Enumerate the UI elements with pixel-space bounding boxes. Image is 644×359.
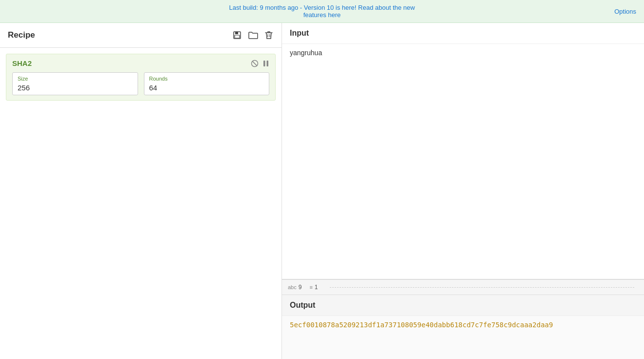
svg-rect-2 — [235, 35, 240, 38]
trash-icon — [265, 31, 273, 40]
char-count-item: abc 9 — [288, 284, 302, 291]
line-count: 1 — [315, 284, 318, 291]
sha2-pause-button[interactable] — [262, 60, 269, 67]
size-label: Size — [18, 76, 133, 82]
output-value: 5ecf0010878a5209213df1a737108059e40dabb6… — [290, 321, 553, 329]
sha2-controls — [251, 60, 269, 67]
svg-rect-1 — [235, 32, 238, 34]
char-icon: abc — [288, 284, 297, 290]
input-section: Input yangruhua — [282, 23, 644, 279]
input-title: Input — [290, 29, 309, 37]
sha2-fields: Size 256 Rounds 64 — [12, 72, 269, 95]
input-value: yangruhua — [290, 49, 322, 57]
status-divider — [330, 287, 634, 288]
rounds-value: 64 — [149, 84, 264, 92]
folder-icon — [248, 31, 258, 40]
left-panel: Recipe — [0, 23, 282, 359]
rounds-field[interactable]: Rounds 64 — [144, 72, 270, 95]
save-icon — [233, 31, 242, 40]
options-link[interactable]: Options — [614, 8, 636, 15]
size-field[interactable]: Size 256 — [12, 72, 138, 95]
svg-line-6 — [252, 61, 257, 65]
pause-icon — [262, 60, 269, 67]
sha2-header: SHA2 — [12, 59, 269, 67]
banner-text: Last build: 9 months ago - Version 10 is… — [217, 4, 426, 19]
svg-rect-7 — [263, 61, 265, 66]
sha2-block: SHA2 — [6, 54, 276, 101]
line-icon: ≡ — [309, 284, 312, 290]
recipe-toolbar — [232, 30, 274, 41]
recipe-title: Recipe — [8, 30, 35, 40]
sha2-disable-button[interactable] — [251, 60, 259, 67]
recipe-header: Recipe — [0, 23, 282, 48]
right-panel: Input yangruhua abc 9 ≡ 1 Output 5e — [282, 23, 644, 359]
main-layout: Recipe — [0, 23, 644, 359]
banner-message: Last build: 9 months ago - Version 10 is… — [229, 4, 415, 19]
input-header: Input — [282, 23, 644, 44]
rounds-label: Rounds — [149, 76, 264, 82]
delete-button[interactable] — [264, 30, 274, 41]
char-count: 9 — [299, 284, 302, 291]
output-section: Output 5ecf0010878a5209213df1a737108059e… — [282, 295, 644, 359]
svg-rect-8 — [267, 61, 269, 66]
input-content[interactable]: yangruhua — [282, 44, 644, 279]
status-bar: abc 9 ≡ 1 — [282, 279, 644, 295]
ban-icon — [251, 60, 259, 67]
top-banner: Last build: 9 months ago - Version 10 is… — [0, 0, 644, 23]
output-content: 5ecf0010878a5209213df1a737108059e40dabb6… — [282, 316, 644, 334]
open-button[interactable] — [247, 30, 259, 41]
sha2-title: SHA2 — [12, 59, 32, 67]
output-header: Output — [282, 295, 644, 316]
output-title: Output — [290, 301, 315, 309]
size-value: 256 — [18, 84, 133, 92]
line-count-item: ≡ 1 — [309, 284, 318, 291]
save-button[interactable] — [232, 30, 242, 41]
